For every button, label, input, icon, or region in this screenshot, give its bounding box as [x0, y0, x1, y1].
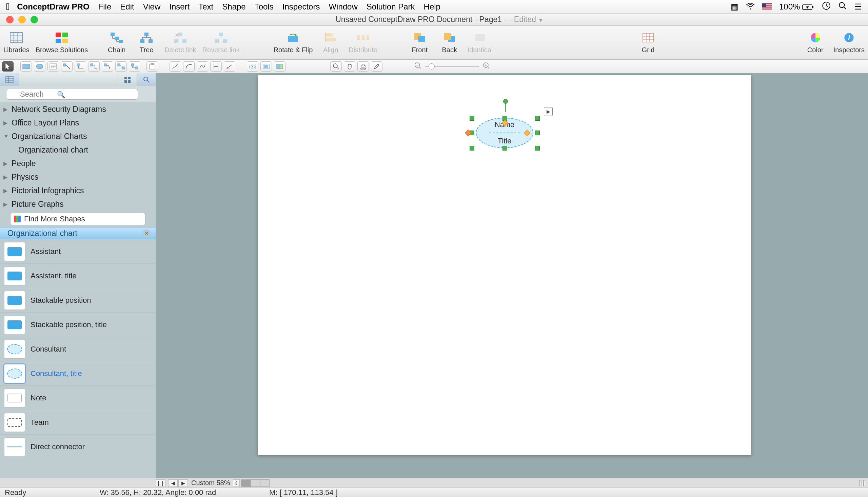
tree-item[interactable]: Organizational chart — [0, 143, 156, 157]
battery-status[interactable]: 100% — [779, 2, 814, 12]
view-mode-icon[interactable] — [859, 480, 861, 486]
rect-tool[interactable] — [20, 61, 32, 72]
spline-tool[interactable] — [197, 61, 208, 72]
shape-item[interactable]: Stackable position, title — [0, 313, 156, 337]
spotlight-icon[interactable] — [838, 1, 847, 12]
zoom-out-icon[interactable] — [414, 62, 422, 71]
view-mode-icon[interactable] — [864, 480, 866, 486]
resize-handle[interactable] — [535, 116, 540, 121]
inspectors-button[interactable]: iInspectors — [834, 31, 865, 54]
layout-tool-1[interactable] — [247, 61, 258, 72]
next-page-button[interactable]: ▶ — [179, 479, 188, 487]
layout-tool-2[interactable] — [260, 61, 272, 72]
shape-item[interactable]: Consultant, title — [0, 361, 156, 386]
front-button[interactable]: Front — [408, 31, 432, 54]
input-source-flag-icon[interactable] — [762, 3, 772, 10]
zoom-stepper[interactable]: ▲▼ — [233, 479, 240, 487]
menu-edit[interactable]: Edit — [120, 2, 134, 12]
menubar-extra-icon[interactable]: ▦ — [731, 2, 739, 12]
notification-center-icon[interactable]: ☰ — [854, 2, 862, 12]
grid-button[interactable]: Grid — [637, 31, 660, 54]
smart-action-button[interactable]: ▶ — [544, 107, 553, 116]
chain-button[interactable]: Chain — [105, 31, 128, 54]
selected-shape[interactable]: Name Title ▶ — [471, 109, 538, 146]
menu-tools[interactable]: Tools — [255, 2, 274, 12]
shape-item[interactable]: Stackable position — [0, 288, 156, 313]
zoom-tool[interactable] — [330, 61, 342, 72]
browse-solutions-button[interactable]: Browse Solutions — [35, 31, 88, 54]
menu-help[interactable]: Help — [424, 2, 440, 12]
tree-category[interactable]: ▶Physics — [0, 170, 156, 184]
shape-item[interactable]: Direct connector — [0, 435, 156, 459]
menu-window[interactable]: Window — [329, 2, 357, 12]
menu-shape[interactable]: Shape — [222, 2, 245, 12]
hand-tool[interactable] — [344, 61, 355, 72]
pencil-tool[interactable] — [371, 61, 383, 72]
shape-item[interactable]: Note — [0, 386, 156, 410]
canvas-area[interactable]: Name Title ▶ — [156, 73, 868, 478]
pause-icon[interactable]: ❙❙ — [156, 479, 166, 487]
app-name[interactable]: ConceptDraw PRO — [17, 2, 89, 12]
connector-tool-3[interactable] — [88, 61, 100, 72]
find-more-shapes-button[interactable]: Find More Shapes — [10, 213, 145, 225]
shape-item[interactable]: Team — [0, 410, 156, 435]
menu-view[interactable]: View — [143, 2, 161, 12]
prev-page-button[interactable]: ◀ — [168, 479, 178, 487]
wifi-icon[interactable] — [746, 2, 755, 12]
tree-category[interactable]: ▶Network Security Diagrams — [0, 102, 156, 116]
sidebar-tab-grid[interactable] — [118, 73, 137, 86]
shape-item[interactable]: Assistant — [0, 239, 156, 264]
window-close-button[interactable] — [6, 16, 14, 24]
title-dropdown-icon[interactable]: ▼ — [538, 17, 543, 23]
color-button[interactable]: Color — [803, 31, 827, 54]
sidebar-tab-tree[interactable] — [0, 73, 19, 86]
resize-handle[interactable] — [470, 146, 474, 151]
page-tab[interactable] — [251, 479, 260, 487]
connector-tool-2[interactable] — [75, 61, 86, 72]
text-box-tool[interactable] — [47, 61, 59, 72]
close-panel-icon[interactable]: ✕ — [143, 229, 150, 237]
menu-inspectors[interactable]: Inspectors — [282, 2, 320, 12]
zoom-level-label[interactable]: Custom 58% — [191, 479, 230, 487]
tree-category[interactable]: ▼Organizational Charts — [0, 129, 156, 143]
resize-handle[interactable] — [535, 130, 540, 135]
menu-insert[interactable]: Insert — [169, 2, 189, 12]
shape-item[interactable]: Consultant — [0, 337, 156, 361]
layout-tool-3[interactable] — [274, 61, 285, 72]
sidebar-tab-search[interactable] — [137, 73, 156, 86]
tree-category[interactable]: ▶Pictorial Infographics — [0, 184, 156, 197]
dimension-tool-1[interactable] — [210, 61, 222, 72]
connector-tool-4[interactable] — [102, 61, 113, 72]
back-button[interactable]: Back — [438, 31, 461, 54]
shape-title-text[interactable]: Title — [498, 137, 512, 145]
resize-handle[interactable] — [535, 146, 540, 151]
select-tool[interactable] — [2, 61, 14, 72]
connector-tool-6[interactable] — [129, 61, 140, 72]
connector-tool-5[interactable] — [115, 61, 127, 72]
window-minimize-button[interactable] — [18, 16, 26, 24]
shape-item[interactable]: Assistant, title — [0, 264, 156, 288]
menu-text[interactable]: Text — [198, 2, 213, 12]
tree-category[interactable]: ▶Picture Graphs — [0, 197, 156, 211]
arc-tool[interactable] — [183, 61, 195, 72]
page-tab[interactable] — [241, 479, 251, 487]
zoom-slider[interactable] — [425, 66, 480, 67]
clipboard-tool[interactable] — [146, 61, 158, 72]
libraries-button[interactable]: Libraries — [3, 31, 29, 54]
dimension-tool-2[interactable] — [224, 61, 235, 72]
library-search-input[interactable] — [6, 89, 138, 100]
rotate-flip-button[interactable]: Rotate & Flip — [274, 31, 313, 54]
tree-button[interactable]: Tree — [134, 31, 158, 54]
connector-tool-1[interactable] — [61, 61, 73, 72]
ellipse-tool[interactable] — [34, 61, 45, 72]
zoom-in-icon[interactable] — [483, 62, 490, 71]
tree-category[interactable]: ▶Office Layout Plans — [0, 116, 156, 129]
line-tool[interactable] — [170, 61, 181, 72]
menu-solution-park[interactable]: Solution Park — [367, 2, 415, 12]
rotation-handle[interactable] — [503, 99, 508, 104]
apple-menu-icon[interactable]:  — [6, 1, 10, 12]
page[interactable]: Name Title ▶ — [258, 75, 751, 455]
clock-icon[interactable] — [822, 1, 831, 12]
menu-file[interactable]: File — [98, 2, 112, 12]
page-tab[interactable] — [260, 479, 270, 487]
